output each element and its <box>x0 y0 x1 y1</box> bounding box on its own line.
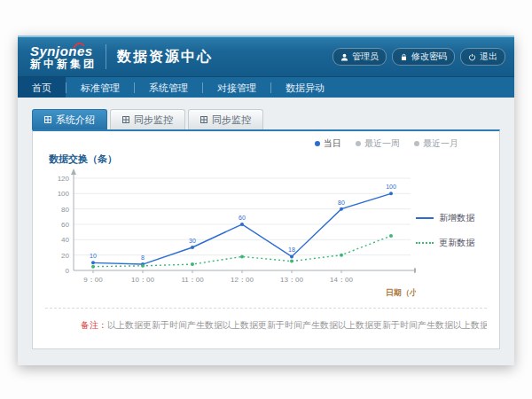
tab-label: 系统介绍 <box>56 113 95 127</box>
svg-text:120: 120 <box>58 175 70 183</box>
svg-text:13：00: 13：00 <box>280 276 303 284</box>
dot-icon <box>356 141 361 146</box>
nav-item-standard-mgmt[interactable]: 标准管理 <box>66 77 134 98</box>
svg-text:18: 18 <box>288 246 295 253</box>
logout-button[interactable]: 退出 <box>460 48 505 66</box>
header-divider <box>106 44 106 69</box>
svg-text:8: 8 <box>141 254 145 261</box>
nav-item-home[interactable]: 首页 <box>18 77 66 98</box>
svg-text:0: 0 <box>66 267 70 275</box>
svg-text:14：00: 14：00 <box>330 276 353 284</box>
tab-label: 同步监控 <box>134 113 173 127</box>
logo-swoosh-icon <box>73 42 85 49</box>
nav-item-data-change[interactable]: 数据异动 <box>271 77 339 98</box>
svg-text:9：00: 9：00 <box>83 276 103 284</box>
footnote-prefix: 备注： <box>81 320 107 330</box>
legend-label: 更新数据 <box>439 237 474 249</box>
svg-text:100: 100 <box>386 184 396 190</box>
admin-user-label: 管理员 <box>352 51 379 63</box>
lock-icon <box>400 53 408 61</box>
filter-last-month[interactable]: 最近一月 <box>414 137 458 150</box>
legend-label: 新增数据 <box>439 212 474 224</box>
header: Synjones 新中新集团 数据资源中心 管理员 修改密码 退出 <box>18 35 514 76</box>
line-chart: 0204060801001209：0010：0011：0012：0013：001… <box>43 166 416 306</box>
svg-text:11：00: 11：00 <box>181 276 204 284</box>
filter-label: 当日 <box>324 137 341 150</box>
tab-sync-monitor-2[interactable]: 同步监控 <box>188 109 263 129</box>
dot-icon <box>414 141 419 146</box>
dot-icon <box>315 141 320 146</box>
svg-text:10: 10 <box>90 253 97 259</box>
change-password-label: 修改密码 <box>411 51 447 63</box>
svg-text:12：00: 12：00 <box>231 276 254 284</box>
svg-text:100: 100 <box>58 190 70 198</box>
admin-user-button[interactable]: 管理员 <box>332 48 387 66</box>
line-swatch-icon <box>416 242 434 244</box>
svg-text:60: 60 <box>239 215 246 221</box>
grid-icon <box>44 116 51 123</box>
svg-text:日期（小时）: 日期（小时） <box>386 288 416 297</box>
svg-text:30: 30 <box>189 238 196 244</box>
svg-text:20: 20 <box>61 252 69 260</box>
tab-system-intro[interactable]: 系统介绍 <box>32 109 107 129</box>
svg-text:80: 80 <box>338 200 345 206</box>
time-filter-legend: 当日 最近一周 最近一月 <box>43 137 489 151</box>
svg-text:40: 40 <box>61 236 69 244</box>
tab-label: 同步监控 <box>212 113 251 127</box>
main-nav: 首页 标准管理 系统管理 对接管理 数据异动 <box>18 76 514 98</box>
tab-bar: 系统介绍 同步监控 同步监控 <box>32 109 500 129</box>
logout-label: 退出 <box>480 51 497 63</box>
chart-panel: 当日 最近一周 最近一月 数据交换（条） 0204060801001209：00… <box>32 129 500 349</box>
change-password-button[interactable]: 修改密码 <box>392 48 455 66</box>
tab-sync-monitor-1[interactable]: 同步监控 <box>110 109 185 129</box>
logo-subtitle: 新中新集团 <box>30 59 97 70</box>
svg-text:80: 80 <box>61 206 69 214</box>
page-title: 数据资源中心 <box>117 48 213 66</box>
footnote-text: 以上数据更新于时间产生数据以上数据更新于时间产生数据以上数据更新于时间产生数据以… <box>107 320 487 330</box>
line-swatch-icon <box>416 217 434 219</box>
content-area: 系统介绍 同步监控 同步监控 当日 最近一周 <box>18 98 514 349</box>
y-axis-title: 数据交换（条） <box>49 153 489 166</box>
footnote: 备注：以上数据更新于时间产生数据以上数据更新于时间产生数据以上数据更新于时间产生… <box>45 308 487 332</box>
chart-container: 0204060801001209：0010：0011：0012：0013：001… <box>43 166 489 306</box>
grid-icon <box>122 116 129 123</box>
filter-label: 最近一周 <box>364 137 400 150</box>
user-icon <box>340 53 348 61</box>
power-icon <box>468 53 476 61</box>
logo-text: Synjones <box>30 44 97 59</box>
filter-label: 最近一月 <box>423 137 458 150</box>
filter-today[interactable]: 当日 <box>315 137 341 150</box>
app-window: Synjones 新中新集团 数据资源中心 管理员 修改密码 退出 首页 标准管… <box>18 35 514 365</box>
svg-text:60: 60 <box>61 221 69 229</box>
nav-item-interface-mgmt[interactable]: 对接管理 <box>203 77 270 98</box>
grid-icon <box>200 116 207 123</box>
filter-last-week[interactable]: 最近一周 <box>356 137 400 150</box>
nav-item-system-mgmt[interactable]: 系统管理 <box>135 77 202 98</box>
svg-text:10：00: 10：00 <box>131 276 154 284</box>
legend-updated-data[interactable]: 更新数据 <box>416 237 489 249</box>
legend-new-data[interactable]: 新增数据 <box>416 212 489 224</box>
series-legend: 新增数据 更新数据 <box>416 166 489 306</box>
logo: Synjones 新中新集团 <box>27 44 97 69</box>
